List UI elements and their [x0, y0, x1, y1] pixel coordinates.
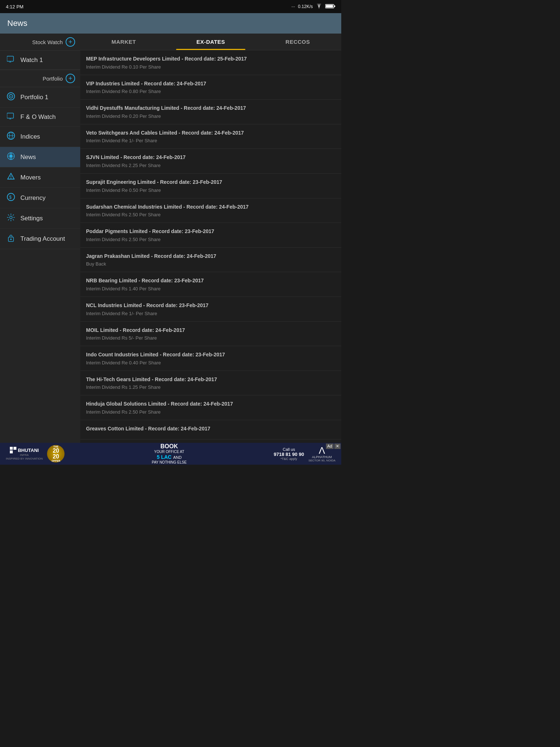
add-stock-watch-button[interactable]: +	[66, 37, 75, 47]
trading-account-icon	[6, 234, 16, 244]
svg-point-8	[11, 96, 12, 97]
sidebar-item-settings[interactable]: Settings	[0, 208, 80, 229]
speed-indicator: 0.12K/s	[298, 4, 313, 9]
sidebar: Stock Watch + Watch 1 Portfolio +	[0, 34, 80, 443]
stock-watch-header: Stock Watch +	[0, 34, 80, 51]
sidebar-item-currency[interactable]: $ Currency	[0, 188, 80, 208]
ad-phone-number: 9718 81 90 90	[274, 452, 304, 457]
news-item-subtitle: Interim Dividend Rs 2.25 Per Share	[86, 163, 335, 168]
news-item-subtitle: Buy Back	[86, 261, 335, 267]
news-item-title: Jagran Prakashan Limited - Record date: …	[86, 253, 335, 260]
svg-rect-9	[7, 113, 13, 118]
news-item-title: Indo Count Industries Limited - Record d…	[86, 351, 335, 359]
svg-rect-3	[7, 56, 13, 61]
news-item-subtitle: Interim Dividend Rs 2.50 Per Share	[86, 409, 335, 415]
news-item-title: NRB Bearing Limited - Record date: 23-Fe…	[86, 277, 335, 285]
news-item-title: NCL Industries Limited - Record date: 23…	[86, 302, 335, 309]
ad-logo-name: BHUTANI	[18, 448, 39, 453]
news-item-subtitle: Interim Dividend Rs 1.40 Per Share	[86, 286, 335, 291]
news-item-subtitle: Interim Dividend Re 0.10 Per Share	[86, 64, 335, 70]
news-item-title: Sudarshan Chemical Industries Limited - …	[86, 204, 335, 211]
news-item[interactable]: Suprajit Engineering Limited - Record da…	[80, 174, 341, 198]
portfolio-icon	[6, 92, 16, 102]
news-item-subtitle: Interim Dividend Rs 2.50 Per Share	[86, 237, 335, 242]
ad-price-text: 5 LAC	[157, 454, 171, 460]
news-item-subtitle: Interim Dividend Rs 2.50 Per Share	[86, 212, 335, 217]
fo-watch-label: F & O Watch	[20, 113, 56, 121]
signal-icon: ···	[291, 4, 295, 9]
ad-close-button[interactable]: ✕	[334, 444, 341, 449]
ad-sector-label: SECTOR 90, NOIDA	[308, 459, 335, 462]
ad-logo: BHUTANI INFRAINSPIRED BY INNOVATION	[6, 447, 43, 460]
ad-close-area: Ad ✕	[326, 444, 341, 449]
sidebar-item-movers[interactable]: Movers	[0, 167, 80, 188]
news-item[interactable]: Sudarshan Chemical Industries Limited - …	[80, 198, 341, 223]
add-portfolio-button[interactable]: +	[66, 74, 75, 83]
news-item-title: SJVN Limited - Record date: 24-Feb-2017	[86, 154, 335, 161]
status-bar: 4:12 PM ··· 0.12K/s	[0, 0, 341, 13]
news-item[interactable]: The Hi-Tech Gears Limited - Record date:…	[80, 371, 341, 396]
svg-rect-27	[13, 447, 16, 450]
ad-call-section: Call us 9718 81 90 90 *T&C apply	[274, 447, 304, 461]
news-item[interactable]: Hinduja Global Solutions Limited - Recor…	[80, 395, 341, 420]
portfolio-header: Portfolio +	[0, 70, 80, 87]
news-icon	[6, 152, 16, 162]
news-item-title: Vidhi Dyestuffs Manufacturing Limited - …	[86, 105, 335, 112]
currency-label: Currency	[20, 194, 46, 202]
news-item-subtitle: Interim Dividend Re 0.40 Per Share	[86, 360, 335, 365]
ad-pay-text: PAY NOTHING ELSE	[69, 460, 269, 464]
ad-alphathum-label: ALPHATHUM	[308, 455, 335, 459]
news-item-subtitle: Interim Dividend Rs 1.25 Per Share	[86, 384, 335, 390]
movers-label: Movers	[20, 174, 41, 181]
news-item-subtitle: Interim Dividend Re 0.20 Per Share	[86, 113, 335, 119]
news-label: News	[20, 154, 36, 161]
tab-ex-dates[interactable]: EX-DATES	[167, 34, 254, 50]
svg-point-23	[10, 216, 12, 219]
ad-banner: Ad ✕ BHUTANI INFRAINSPIRED BY INNOVATION…	[0, 443, 341, 465]
settings-label: Settings	[20, 215, 43, 222]
app-header: News	[0, 13, 341, 34]
news-item[interactable]: Indo Count Industries Limited - Record d…	[80, 346, 341, 371]
sidebar-item-trading-account[interactable]: Trading Account	[0, 229, 80, 249]
ad-office-text: YOUR OFFICE AT	[69, 450, 269, 454]
news-item-title: Hinduja Global Solutions Limited - Recor…	[86, 400, 335, 408]
news-item[interactable]: Veto Switchgears And Cables Limited - Re…	[80, 124, 341, 149]
news-item-subtitle: Interim Dividend Re 0.80 Per Share	[86, 89, 335, 94]
indices-label: Indices	[20, 133, 40, 140]
indices-icon	[6, 132, 16, 142]
sidebar-item-news[interactable]: News	[0, 147, 80, 167]
news-item-title: Suprajit Engineering Limited - Record da…	[86, 179, 335, 186]
sidebar-item-fo-watch[interactable]: F & O Watch	[0, 108, 80, 127]
news-item[interactable]: Poddar Pigments Limited - Record date: 2…	[80, 223, 341, 248]
news-item[interactable]: Jagran Prakashan Limited - Record date: …	[80, 248, 341, 272]
news-item-title: MOIL Limited - Record date: 24-Feb-2017	[86, 327, 335, 334]
news-item[interactable]: Greaves Cotton Limited - Record date: 24…	[80, 420, 341, 440]
svg-rect-2	[334, 5, 335, 7]
svg-rect-26	[10, 447, 13, 450]
news-item-subtitle: Interim Dividend Re 1/- Per Share	[86, 311, 335, 316]
status-right: ··· 0.12K/s	[291, 4, 335, 10]
tab-market[interactable]: MARKET	[80, 34, 167, 50]
svg-rect-1	[326, 5, 333, 7]
app-title: News	[7, 19, 27, 28]
news-item[interactable]: VIP Industries Limited - Record date: 24…	[80, 75, 341, 100]
news-item-title: MEP Infrastructure Developers Limited - …	[86, 55, 335, 63]
main-layout: Stock Watch + Watch 1 Portfolio +	[0, 34, 341, 443]
news-item[interactable]: NRB Bearing Limited - Record date: 23-Fe…	[80, 272, 341, 297]
news-item[interactable]: MEP Infrastructure Developers Limited - …	[80, 50, 341, 75]
news-item[interactable]: NCL Industries Limited - Record date: 23…	[80, 297, 341, 322]
news-item[interactable]: Vidhi Dyestuffs Manufacturing Limited - …	[80, 100, 341, 124]
sidebar-item-watch1[interactable]: Watch 1	[0, 51, 80, 70]
ad-logo-sub: INFRAINSPIRED BY INNOVATION	[6, 453, 43, 460]
news-item[interactable]: SJVN Limited - Record date: 24-Feb-2017 …	[80, 149, 341, 174]
sidebar-item-portfolio1[interactable]: Portfolio 1	[0, 87, 80, 108]
ad-call-label: Call us	[274, 447, 304, 452]
tab-reccos[interactable]: RECCOS	[254, 34, 341, 50]
status-time: 4:12 PM	[6, 4, 23, 9]
ad-main-text: BOOK YOUR OFFICE AT 5 LAC AND PAY NOTHIN…	[69, 443, 269, 464]
settings-icon	[6, 213, 16, 223]
ad-badge: THE 20 20 OFFER	[47, 445, 65, 462]
portfolio1-label: Portfolio 1	[20, 94, 48, 101]
sidebar-item-indices[interactable]: Indices	[0, 127, 80, 147]
news-item[interactable]: MOIL Limited - Record date: 24-Feb-2017 …	[80, 322, 341, 347]
